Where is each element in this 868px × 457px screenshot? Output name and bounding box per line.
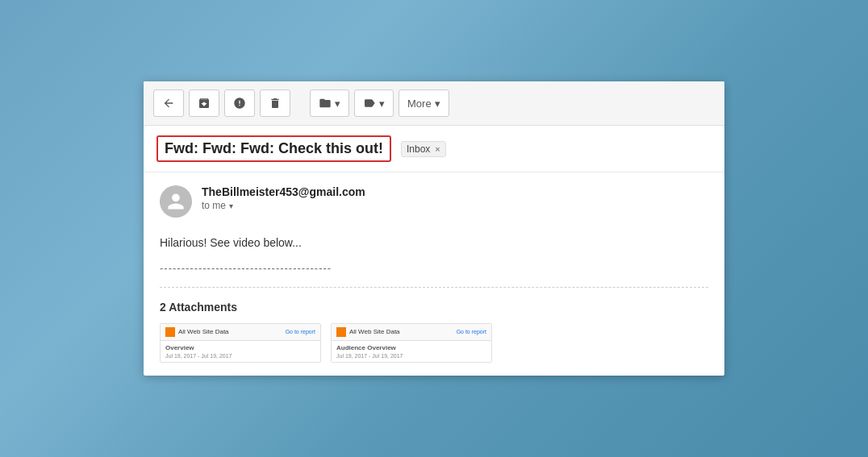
move-button[interactable]: ▾ [310, 89, 349, 117]
more-arrow: ▾ [435, 98, 440, 110]
message-divider: ---------------------------------------- [160, 262, 708, 274]
email-window: ▾ ▾ More ▾ Fwd: Fwd: Fwd: Check this out… [144, 81, 724, 375]
attachments-section: 2 Attachments All Web Site Data Go to re… [160, 287, 708, 363]
to-dropdown-icon[interactable]: ▾ [229, 201, 233, 210]
archive-button[interactable] [189, 89, 219, 117]
to-label: to me [202, 200, 226, 211]
attachment-link-2[interactable]: Go to report [457, 329, 486, 334]
attachments-row: All Web Site Data Go to report Overview … [160, 323, 708, 363]
label-arrow: ▾ [379, 98, 385, 110]
attachment-title-2: All Web Site Data [349, 328, 453, 335]
inbox-tag: Inbox × [401, 141, 446, 157]
avatar-icon [166, 192, 186, 211]
sender-info: TheBillmeister453@gmail.com to me ▾ [202, 185, 708, 211]
delete-button[interactable] [260, 89, 290, 117]
attachment-card-2: All Web Site Data Go to report Audience … [331, 323, 492, 363]
attachment-icon-2 [336, 327, 346, 337]
attachments-title: 2 Attachments [160, 301, 708, 314]
sender-to: to me ▾ [202, 200, 708, 211]
attachment-label-1: Overview [165, 344, 315, 351]
sender-row: TheBillmeister453@gmail.com to me ▾ [160, 185, 708, 218]
delete-icon [269, 97, 282, 110]
attachment-title-1: All Web Site Data [178, 328, 282, 335]
back-button[interactable] [153, 89, 184, 117]
attachment-body-1: Overview Jul 19, 2017 - Jul 19, 2017 [161, 341, 320, 362]
email-body: TheBillmeister453@gmail.com to me ▾ Hila… [144, 172, 724, 375]
subject-title: Fwd: Fwd: Fwd: Check this out! [156, 135, 391, 162]
move-arrow: ▾ [335, 98, 340, 110]
back-icon [162, 97, 175, 110]
spam-button[interactable] [224, 89, 255, 117]
attachment-label-2: Audience Overview [336, 344, 486, 351]
message-body: Hilarious! See video below... [160, 234, 708, 251]
attachment-date-2: Jul 19, 2017 - Jul 19, 2017 [336, 353, 486, 359]
label-icon [363, 97, 376, 110]
toolbar: ▾ ▾ More ▾ [144, 81, 724, 126]
spam-icon [233, 97, 246, 110]
sender-email: TheBillmeister453@gmail.com [202, 185, 708, 198]
attachment-link-1[interactable]: Go to report [286, 329, 315, 334]
avatar [160, 185, 192, 218]
attachment-card-1: All Web Site Data Go to report Overview … [160, 323, 321, 363]
attachment-date-1: Jul 19, 2017 - Jul 19, 2017 [165, 353, 315, 359]
attachment-body-2: Audience Overview Jul 19, 2017 - Jul 19,… [332, 341, 491, 362]
label-button[interactable]: ▾ [354, 89, 394, 117]
folder-icon [319, 97, 332, 110]
more-button[interactable]: More ▾ [399, 89, 449, 117]
inbox-tag-close[interactable]: × [435, 144, 440, 154]
inbox-tag-label: Inbox [407, 143, 430, 155]
subject-area: Fwd: Fwd: Fwd: Check this out! Inbox × [144, 126, 724, 172]
attachment-header-2: All Web Site Data Go to report [332, 324, 491, 341]
more-label: More [407, 98, 432, 110]
attachment-icon-1 [165, 327, 175, 337]
archive-icon [198, 97, 211, 110]
attachment-header-1: All Web Site Data Go to report [161, 324, 320, 341]
